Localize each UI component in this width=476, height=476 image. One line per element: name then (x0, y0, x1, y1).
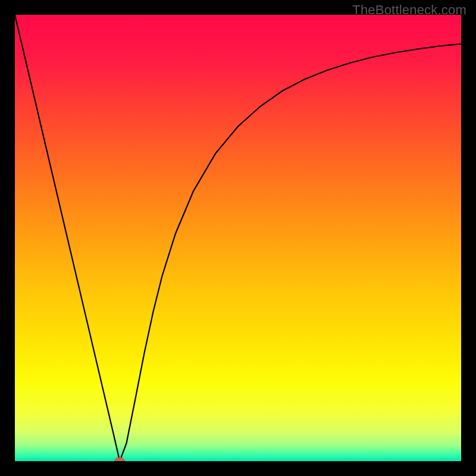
chart-frame: TheBottleneck.com (0, 0, 476, 476)
bottleneck-curve (15, 15, 461, 461)
watermark-text: TheBottleneck.com (352, 2, 466, 18)
plot-area (15, 15, 461, 461)
curve-marker (114, 458, 125, 461)
